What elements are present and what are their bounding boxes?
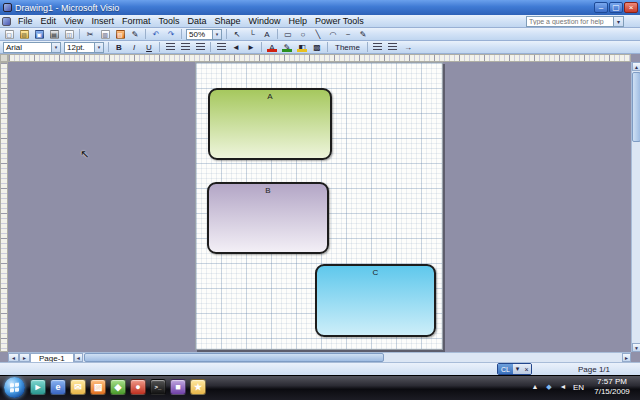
media-player-icon[interactable]: ►: [30, 379, 46, 395]
freeform-tool-button[interactable]: ~: [341, 28, 355, 40]
status-bar: Page 1/1: [0, 362, 640, 375]
line-tool-button[interactable]: ╲: [311, 28, 325, 40]
paste-button[interactable]: ▧: [113, 28, 127, 40]
copy-button[interactable]: ▥: [98, 28, 112, 40]
connector-tool-button[interactable]: └: [245, 28, 259, 40]
menu-shape[interactable]: Shape: [210, 16, 244, 26]
menu-file[interactable]: File: [14, 16, 37, 26]
tray-shield-icon[interactable]: ◆: [544, 382, 554, 392]
tray-language-indicator[interactable]: EN: [573, 383, 584, 392]
pencil-tool-button[interactable]: ✎: [356, 28, 370, 40]
close-button[interactable]: ×: [624, 2, 638, 13]
print-preview-button[interactable]: ◫: [62, 28, 76, 40]
language-bar-dropdown-icon[interactable]: ▾: [513, 364, 522, 374]
shadow-button[interactable]: ▩: [310, 41, 324, 53]
vertical-scrollbar[interactable]: ▲ ▼: [631, 62, 640, 352]
shape-c[interactable]: C: [315, 264, 436, 337]
menu-view[interactable]: View: [60, 16, 87, 26]
horizontal-scroll-thumb[interactable]: [84, 353, 384, 362]
font-size-combo[interactable]: 12pt. ▾: [64, 42, 104, 53]
tray-chevron-icon[interactable]: ▲: [530, 382, 540, 392]
star-app-icon[interactable]: ★: [190, 379, 206, 395]
menu-edit[interactable]: Edit: [37, 16, 61, 26]
drawing-canvas-area[interactable]: A B C ↖: [8, 62, 631, 352]
minimize-button[interactable]: –: [594, 2, 608, 13]
start-button[interactable]: [4, 377, 25, 398]
bullets-button[interactable]: [214, 41, 228, 53]
menu-tools[interactable]: Tools: [154, 16, 183, 26]
line-weight-button[interactable]: [371, 41, 385, 53]
theme-button[interactable]: Theme: [331, 41, 364, 53]
line-ends-button[interactable]: →: [401, 41, 415, 53]
undo-button[interactable]: ↶: [149, 28, 163, 40]
text-tool-button[interactable]: A: [260, 28, 274, 40]
help-question-box: ▾: [526, 16, 624, 27]
menu-power-tools[interactable]: Power Tools: [311, 16, 368, 26]
menu-insert[interactable]: Insert: [87, 16, 118, 26]
drawing-page[interactable]: A B C: [195, 62, 443, 350]
menu-help[interactable]: Help: [285, 16, 312, 26]
next-page-button[interactable]: ►: [19, 353, 30, 362]
increase-indent-button[interactable]: ►: [244, 41, 258, 53]
scroll-left-button[interactable]: ◄: [74, 353, 83, 362]
page-tab[interactable]: Page-1: [30, 353, 74, 362]
open-button[interactable]: ▨: [17, 28, 31, 40]
app-purple-icon[interactable]: ■: [170, 379, 186, 395]
menu-format[interactable]: Format: [118, 16, 155, 26]
rectangle-tool-button[interactable]: ▭: [281, 28, 295, 40]
menu-window[interactable]: Window: [244, 16, 284, 26]
shape-a[interactable]: A: [208, 88, 332, 160]
first-page-button[interactable]: ◄: [8, 353, 19, 362]
command-prompt-icon[interactable]: >_: [150, 379, 166, 395]
app-green-icon[interactable]: ◆: [110, 379, 126, 395]
align-left-button[interactable]: [163, 41, 177, 53]
print-button[interactable]: ▤: [47, 28, 61, 40]
align-center-button[interactable]: [178, 41, 192, 53]
help-question-input[interactable]: [527, 18, 613, 25]
format-painter-button[interactable]: ✎: [128, 28, 142, 40]
vertical-ruler: [0, 62, 8, 352]
line-pattern-button[interactable]: [386, 41, 400, 53]
save-button[interactable]: ▣: [32, 28, 46, 40]
mail-icon[interactable]: ✉: [70, 379, 86, 395]
font-combo[interactable]: Arial ▾: [3, 42, 61, 53]
vertical-scroll-thumb[interactable]: [632, 72, 640, 142]
redo-button[interactable]: ↷: [164, 28, 178, 40]
italic-button[interactable]: I: [127, 41, 141, 53]
font-dropdown-icon[interactable]: ▾: [51, 43, 60, 52]
scroll-up-button[interactable]: ▲: [632, 62, 640, 71]
shape-b[interactable]: B: [207, 182, 329, 254]
zoom-dropdown-icon[interactable]: ▾: [212, 30, 221, 39]
font-size-dropdown-icon[interactable]: ▾: [94, 43, 103, 52]
arc-tool-button[interactable]: ◠: [326, 28, 340, 40]
folder-icon[interactable]: ▨: [90, 379, 106, 395]
scroll-down-button[interactable]: ▼: [632, 343, 640, 352]
paste-icon: ▧: [116, 30, 125, 39]
language-bar-close-icon[interactable]: ×: [522, 364, 531, 374]
help-dropdown-icon[interactable]: ▾: [613, 17, 623, 26]
pointer-tool-button[interactable]: ↖: [230, 28, 244, 40]
ellipse-tool-button[interactable]: ○: [296, 28, 310, 40]
align-right-button[interactable]: [193, 41, 207, 53]
fill-color-button[interactable]: ◧: [295, 41, 309, 53]
zoom-combo[interactable]: 50% ▾: [186, 29, 222, 40]
app-red-icon[interactable]: ●: [130, 379, 146, 395]
line-color-button[interactable]: ✎: [280, 41, 294, 53]
internet-explorer-icon[interactable]: e: [50, 379, 66, 395]
font-color-button[interactable]: A: [265, 41, 279, 53]
underline-button[interactable]: U: [142, 41, 156, 53]
cut-button[interactable]: ✂: [83, 28, 97, 40]
bold-button[interactable]: B: [112, 41, 126, 53]
menu-data[interactable]: Data: [183, 16, 210, 26]
language-bar-label[interactable]: CL: [498, 364, 513, 374]
horizontal-scrollbar[interactable]: ◄ ►: [74, 353, 631, 362]
page-tab-strip: ◄ ► Page-1 ◄ ►: [8, 352, 631, 362]
menu-bar: File Edit View Insert Format Tools Data …: [0, 15, 640, 28]
decrease-indent-button[interactable]: ◄: [229, 41, 243, 53]
align-center-icon: [181, 43, 190, 51]
maximize-button[interactable]: ▢: [609, 2, 623, 13]
tray-volume-icon[interactable]: ◄: [558, 382, 568, 392]
taskbar-clock[interactable]: 7:57 PM 7/15/2009: [588, 377, 636, 397]
scroll-right-button[interactable]: ►: [622, 353, 631, 362]
new-button[interactable]: ▢: [2, 28, 16, 40]
